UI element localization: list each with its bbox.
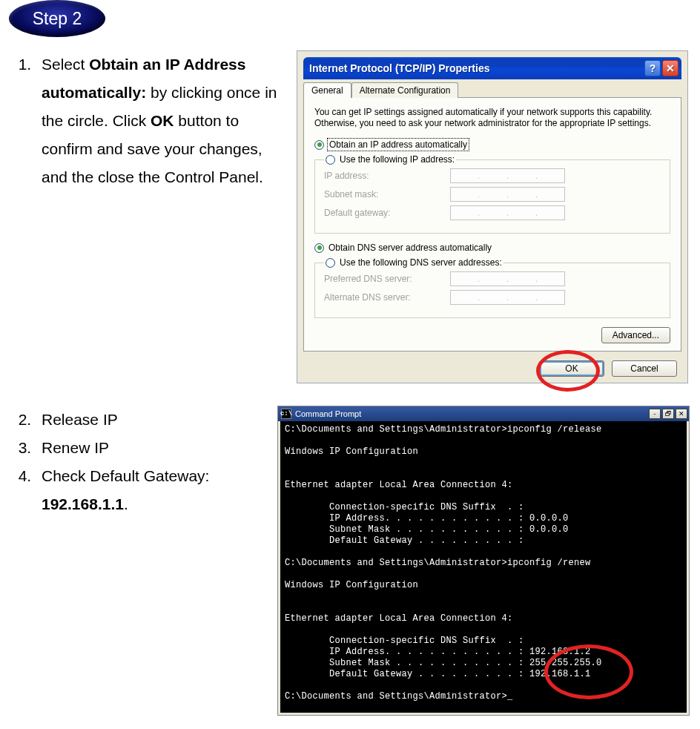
radio-label-use-ip: Use the following IP address: (340, 154, 455, 165)
dialog-title: Internet Protocol (TCP/IP) Properties (309, 62, 489, 74)
step-badge: Step 2 (9, 0, 105, 37)
minimize-icon[interactable]: - (649, 409, 661, 419)
radio-obtain-ip-auto[interactable] (314, 140, 324, 150)
radio-use-dns[interactable] (326, 258, 335, 268)
cmd-title-bar[interactable]: c:\ Command Prompt - 🗗 ✕ (278, 406, 689, 421)
label-alternate-dns: Alternate DNS server: (324, 292, 450, 303)
radio-label-obtain-dns-auto: Obtain DNS server address automatically (328, 243, 492, 253)
ok-button[interactable]: OK (539, 360, 604, 377)
cancel-button[interactable]: Cancel (612, 360, 677, 377)
dialog-title-bar[interactable]: Internet Protocol (TCP/IP) Properties ? … (303, 57, 681, 79)
label-ip-address: IP address: (324, 171, 450, 181)
input-preferred-dns: ... (450, 271, 565, 286)
tab-alternate-configuration[interactable]: Alternate Configuration (351, 82, 459, 98)
cmd-close-icon[interactable]: ✕ (676, 409, 687, 419)
radio-label-obtain-ip-auto: Obtain an IP address automatically (328, 139, 468, 150)
input-alternate-dns: ... (450, 290, 565, 305)
command-prompt-window: c:\ Command Prompt - 🗗 ✕ C:\Documents an… (277, 406, 690, 716)
tcpip-properties-dialog: Internet Protocol (TCP/IP) Properties ? … (297, 50, 688, 383)
step-label: Step 2 (33, 9, 82, 29)
input-subnet-mask: ... (450, 187, 565, 202)
cmd-app-icon: c:\ (281, 409, 291, 419)
instruction-2: Release IP (36, 406, 264, 434)
radio-use-ip[interactable] (326, 155, 335, 165)
help-icon[interactable]: ? (644, 60, 661, 76)
close-icon[interactable]: ✕ (662, 60, 678, 76)
tab-general[interactable]: General (303, 82, 351, 98)
radio-label-use-dns: Use the following DNS server addresses: (340, 257, 502, 268)
cmd-output: C:\Documents and Settings\Administrator>… (278, 421, 689, 715)
advanced-button[interactable]: Advanced... (601, 327, 670, 343)
radio-obtain-dns-auto[interactable] (314, 243, 324, 253)
label-subnet-mask: Subnet mask: (324, 189, 450, 199)
input-default-gateway: ... (450, 205, 565, 220)
input-ip-address: ... (450, 168, 565, 183)
dialog-description: You can get IP settings assigned automat… (314, 107, 670, 129)
instruction-4: Check Default Gateway: 192.168.1.1. (36, 462, 264, 518)
instruction-1: Select Obtain an IP Address automaticall… (36, 50, 283, 191)
label-preferred-dns: Preferred DNS server: (324, 274, 450, 284)
maximize-icon[interactable]: 🗗 (662, 409, 674, 419)
cmd-title-text: Command Prompt (295, 409, 361, 418)
instruction-3: Renew IP (36, 434, 264, 462)
label-default-gateway: Default gateway: (324, 208, 450, 218)
